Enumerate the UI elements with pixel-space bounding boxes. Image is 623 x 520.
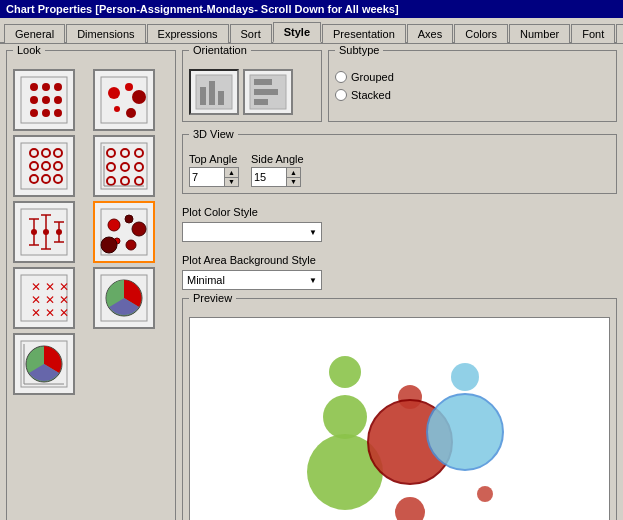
stacked-radio[interactable] <box>335 89 347 101</box>
svg-point-2 <box>42 83 50 91</box>
svg-rect-81 <box>254 99 268 105</box>
svg-point-56 <box>126 240 136 250</box>
look-item-empty <box>93 333 155 395</box>
svg-point-13 <box>132 90 146 104</box>
view3d-label: 3D View <box>189 128 238 140</box>
grouped-label: Grouped <box>351 71 394 83</box>
look-group: Look <box>6 50 176 520</box>
title-bar: Chart Properties [Person-Assignment-Mond… <box>0 0 623 18</box>
svg-rect-75 <box>200 87 206 105</box>
tab-font[interactable]: Font <box>571 24 615 43</box>
tab-colors[interactable]: Colors <box>454 24 508 43</box>
tab-dimensions[interactable]: Dimensions <box>66 24 145 43</box>
side-angle-input-container: ▲ ▼ <box>251 167 301 187</box>
view3d-group: 3D View Top Angle ▲ ▼ Side Angle <box>182 134 617 194</box>
stacked-row: Stacked <box>335 89 610 101</box>
svg-point-87 <box>395 497 425 520</box>
preview-canvas <box>189 317 610 520</box>
svg-text:✕: ✕ <box>45 293 55 307</box>
svg-text:✕: ✕ <box>45 280 55 294</box>
look-item-8[interactable] <box>13 333 75 395</box>
plot-area-bg-dropdown[interactable]: Minimal ▼ <box>182 270 322 290</box>
plot-color-dropdown[interactable]: ▼ <box>182 222 322 242</box>
svg-text:✕: ✕ <box>59 280 69 294</box>
side-angle-label: Side Angle <box>251 153 304 165</box>
plot-color-arrow: ▼ <box>309 228 317 237</box>
orientation-label: Orientation <box>189 44 251 56</box>
svg-text:✕: ✕ <box>45 306 55 320</box>
side-angle-input[interactable] <box>252 168 286 186</box>
look-item-0[interactable] <box>13 69 75 131</box>
svg-point-7 <box>30 109 38 117</box>
svg-point-4 <box>30 96 38 104</box>
look-item-2[interactable] <box>13 135 75 197</box>
plot-area-bg-section: Plot Area Background Style Minimal ▼ <box>182 254 617 290</box>
tab-number[interactable]: Number <box>509 24 570 43</box>
svg-point-54 <box>132 222 146 236</box>
svg-point-11 <box>108 87 120 99</box>
plot-color-section: Plot Color Style ▼ <box>182 206 617 242</box>
preview-label: Preview <box>189 292 236 304</box>
tab-layout[interactable]: Layout <box>616 24 623 43</box>
side-angle-spin: ▲ ▼ <box>286 168 300 186</box>
preview-svg <box>255 322 545 520</box>
top-right: Orientation <box>182 50 617 122</box>
tab-expressions[interactable]: Expressions <box>147 24 229 43</box>
tab-presentation[interactable]: Presentation <box>322 24 406 43</box>
svg-text:✕: ✕ <box>59 306 69 320</box>
subtype-group: Subtype Grouped Stacked <box>328 50 617 122</box>
grouped-radio[interactable] <box>335 71 347 83</box>
look-item-4[interactable] <box>13 201 75 263</box>
svg-text:✕: ✕ <box>31 293 41 307</box>
right-panel: Orientation <box>182 50 617 520</box>
tab-style[interactable]: Style <box>273 22 321 43</box>
svg-text:✕: ✕ <box>31 306 41 320</box>
svg-rect-77 <box>218 91 224 105</box>
stacked-label: Stacked <box>351 89 391 101</box>
svg-point-88 <box>451 363 479 391</box>
look-label: Look <box>13 44 45 56</box>
look-item-6[interactable]: ✕ ✕ ✕ ✕ ✕ ✕ ✕ ✕ ✕ <box>13 267 75 329</box>
plot-area-bg-arrow: ▼ <box>309 276 317 285</box>
orientation-group: Orientation <box>182 50 322 122</box>
plot-area-bg-dropdown-row: Minimal ▼ <box>182 270 617 290</box>
tab-axes[interactable]: Axes <box>407 24 453 43</box>
orientation-vertical[interactable] <box>189 69 239 115</box>
top-angle-down[interactable]: ▼ <box>225 177 238 187</box>
look-item-1[interactable] <box>93 69 155 131</box>
svg-point-57 <box>101 237 117 253</box>
svg-point-8 <box>42 109 50 117</box>
svg-point-3 <box>54 83 62 91</box>
svg-point-42 <box>31 229 37 235</box>
top-angle-up[interactable]: ▲ <box>225 168 238 177</box>
svg-text:✕: ✕ <box>31 280 41 294</box>
svg-point-50 <box>56 229 62 235</box>
look-item-7[interactable] <box>93 267 155 329</box>
orientation-horizontal[interactable] <box>243 69 293 115</box>
svg-point-5 <box>42 96 50 104</box>
top-angle-group: Top Angle ▲ ▼ <box>189 153 239 187</box>
svg-point-15 <box>126 108 136 118</box>
svg-point-83 <box>323 395 367 439</box>
svg-text:✕: ✕ <box>59 293 69 307</box>
look-item-3[interactable] <box>93 135 155 197</box>
tab-sort[interactable]: Sort <box>230 24 272 43</box>
svg-point-1 <box>30 83 38 91</box>
svg-point-46 <box>43 229 49 235</box>
top-angle-input[interactable] <box>190 168 224 186</box>
preview-group: Preview <box>182 298 617 520</box>
look-item-5[interactable] <box>93 201 155 263</box>
svg-rect-80 <box>254 89 278 95</box>
plot-area-bg-value: Minimal <box>187 274 225 286</box>
svg-point-14 <box>114 106 120 112</box>
svg-point-12 <box>125 83 133 91</box>
svg-rect-79 <box>254 79 272 85</box>
side-angle-down[interactable]: ▼ <box>287 177 300 187</box>
svg-rect-76 <box>209 81 215 105</box>
side-angle-up[interactable]: ▲ <box>287 168 300 177</box>
tab-general[interactable]: General <box>4 24 65 43</box>
view3d-inner: Top Angle ▲ ▼ Side Angle ▲ <box>189 153 610 187</box>
orientation-items <box>189 69 315 115</box>
main-content: Look <box>0 44 623 520</box>
svg-point-89 <box>427 394 503 470</box>
